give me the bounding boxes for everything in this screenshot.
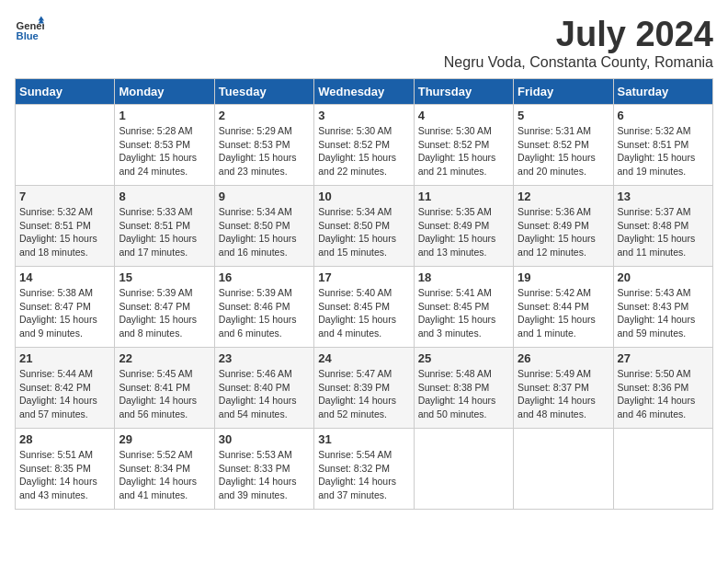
- day-info: Sunrise: 5:30 AM Sunset: 8:52 PM Dayligh…: [418, 124, 509, 178]
- day-number: 19: [518, 270, 609, 284]
- day-cell: 28Sunrise: 5:51 AM Sunset: 8:35 PM Dayli…: [16, 429, 115, 510]
- day-number: 3: [318, 109, 409, 122]
- day-info: Sunrise: 5:34 AM Sunset: 8:50 PM Dayligh…: [318, 205, 409, 259]
- day-cell: 20Sunrise: 5:43 AM Sunset: 8:43 PM Dayli…: [613, 267, 712, 348]
- day-number: 12: [518, 190, 609, 203]
- day-number: 14: [19, 270, 110, 284]
- day-info: Sunrise: 5:32 AM Sunset: 8:51 PM Dayligh…: [618, 124, 709, 178]
- day-info: Sunrise: 5:45 AM Sunset: 8:41 PM Dayligh…: [119, 367, 210, 421]
- day-info: Sunrise: 5:32 AM Sunset: 8:51 PM Dayligh…: [19, 205, 110, 259]
- day-cell: 15Sunrise: 5:39 AM Sunset: 8:47 PM Dayli…: [115, 267, 214, 348]
- day-cell: [414, 429, 513, 510]
- day-info: Sunrise: 5:33 AM Sunset: 8:51 PM Dayligh…: [119, 205, 210, 259]
- day-number: 15: [119, 270, 210, 284]
- day-info: Sunrise: 5:46 AM Sunset: 8:40 PM Dayligh…: [219, 367, 310, 421]
- day-number: 16: [219, 270, 310, 284]
- day-cell: 2Sunrise: 5:29 AM Sunset: 8:53 PM Daylig…: [214, 105, 313, 186]
- day-info: Sunrise: 5:54 AM Sunset: 8:32 PM Dayligh…: [318, 448, 409, 502]
- day-cell: [613, 429, 712, 510]
- day-cell: [16, 105, 115, 186]
- day-number: 25: [418, 351, 509, 365]
- day-number: 10: [318, 190, 409, 203]
- calendar-table: SundayMondayTuesdayWednesdayThursdayFrid…: [15, 78, 713, 510]
- day-cell: 1Sunrise: 5:28 AM Sunset: 8:53 PM Daylig…: [115, 105, 214, 186]
- day-number: 23: [219, 351, 310, 365]
- weekday-header-wednesday: Wednesday: [314, 79, 414, 105]
- day-number: 28: [19, 432, 110, 446]
- day-info: Sunrise: 5:30 AM Sunset: 8:52 PM Dayligh…: [318, 124, 409, 178]
- day-cell: 31Sunrise: 5:54 AM Sunset: 8:32 PM Dayli…: [314, 429, 414, 510]
- day-cell: 16Sunrise: 5:39 AM Sunset: 8:46 PM Dayli…: [214, 267, 313, 348]
- day-info: Sunrise: 5:53 AM Sunset: 8:33 PM Dayligh…: [219, 448, 310, 502]
- svg-text:Blue: Blue: [17, 30, 39, 41]
- week-row-4: 21Sunrise: 5:44 AM Sunset: 8:42 PM Dayli…: [16, 348, 713, 429]
- day-info: Sunrise: 5:51 AM Sunset: 8:35 PM Dayligh…: [19, 448, 110, 502]
- day-cell: 17Sunrise: 5:40 AM Sunset: 8:45 PM Dayli…: [314, 267, 414, 348]
- week-row-3: 14Sunrise: 5:38 AM Sunset: 8:47 PM Dayli…: [16, 267, 713, 348]
- day-info: Sunrise: 5:43 AM Sunset: 8:43 PM Dayligh…: [618, 286, 709, 340]
- weekday-header-row: SundayMondayTuesdayWednesdayThursdayFrid…: [16, 79, 713, 105]
- day-info: Sunrise: 5:37 AM Sunset: 8:48 PM Dayligh…: [618, 205, 709, 259]
- header: General Blue July 2024 Negru Voda, Const…: [15, 15, 713, 71]
- day-number: 20: [618, 270, 709, 284]
- week-row-1: 1Sunrise: 5:28 AM Sunset: 8:53 PM Daylig…: [16, 105, 713, 186]
- day-cell: 13Sunrise: 5:37 AM Sunset: 8:48 PM Dayli…: [613, 186, 712, 267]
- day-number: 5: [518, 109, 609, 122]
- day-info: Sunrise: 5:40 AM Sunset: 8:45 PM Dayligh…: [318, 286, 409, 340]
- title-area: July 2024 Negru Voda, Constanta County, …: [444, 15, 713, 71]
- day-number: 22: [119, 351, 210, 365]
- day-info: Sunrise: 5:39 AM Sunset: 8:47 PM Dayligh…: [119, 286, 210, 340]
- day-cell: 10Sunrise: 5:34 AM Sunset: 8:50 PM Dayli…: [314, 186, 414, 267]
- day-cell: 27Sunrise: 5:50 AM Sunset: 8:36 PM Dayli…: [613, 348, 712, 429]
- day-cell: 21Sunrise: 5:44 AM Sunset: 8:42 PM Dayli…: [16, 348, 115, 429]
- day-number: 13: [618, 190, 709, 203]
- week-row-5: 28Sunrise: 5:51 AM Sunset: 8:35 PM Dayli…: [16, 429, 713, 510]
- day-info: Sunrise: 5:49 AM Sunset: 8:37 PM Dayligh…: [518, 367, 609, 421]
- location: Negru Voda, Constanta County, Romania: [444, 54, 713, 71]
- weekday-header-monday: Monday: [115, 79, 214, 105]
- day-number: 8: [119, 190, 210, 203]
- day-info: Sunrise: 5:41 AM Sunset: 8:45 PM Dayligh…: [418, 286, 509, 340]
- weekday-header-friday: Friday: [514, 79, 613, 105]
- day-info: Sunrise: 5:38 AM Sunset: 8:47 PM Dayligh…: [19, 286, 110, 340]
- day-number: 17: [318, 270, 409, 284]
- day-cell: 5Sunrise: 5:31 AM Sunset: 8:52 PM Daylig…: [514, 105, 613, 186]
- day-cell: [514, 429, 613, 510]
- day-number: 30: [219, 432, 310, 446]
- day-cell: 6Sunrise: 5:32 AM Sunset: 8:51 PM Daylig…: [613, 105, 712, 186]
- day-number: 2: [219, 109, 310, 122]
- day-cell: 11Sunrise: 5:35 AM Sunset: 8:49 PM Dayli…: [414, 186, 513, 267]
- day-info: Sunrise: 5:35 AM Sunset: 8:49 PM Dayligh…: [418, 205, 509, 259]
- day-cell: 12Sunrise: 5:36 AM Sunset: 8:49 PM Dayli…: [514, 186, 613, 267]
- day-info: Sunrise: 5:34 AM Sunset: 8:50 PM Dayligh…: [219, 205, 310, 259]
- month-year: July 2024: [444, 15, 713, 54]
- day-number: 29: [119, 432, 210, 446]
- day-cell: 24Sunrise: 5:47 AM Sunset: 8:39 PM Dayli…: [314, 348, 414, 429]
- day-info: Sunrise: 5:28 AM Sunset: 8:53 PM Dayligh…: [119, 124, 210, 178]
- day-number: 4: [418, 109, 509, 122]
- day-number: 21: [19, 351, 110, 365]
- weekday-header-tuesday: Tuesday: [214, 79, 313, 105]
- day-info: Sunrise: 5:29 AM Sunset: 8:53 PM Dayligh…: [219, 124, 310, 178]
- day-info: Sunrise: 5:36 AM Sunset: 8:49 PM Dayligh…: [518, 205, 609, 259]
- day-info: Sunrise: 5:42 AM Sunset: 8:44 PM Dayligh…: [518, 286, 609, 340]
- day-cell: 22Sunrise: 5:45 AM Sunset: 8:41 PM Dayli…: [115, 348, 214, 429]
- day-cell: 25Sunrise: 5:48 AM Sunset: 8:38 PM Dayli…: [414, 348, 513, 429]
- day-cell: 26Sunrise: 5:49 AM Sunset: 8:37 PM Dayli…: [514, 348, 613, 429]
- day-cell: 3Sunrise: 5:30 AM Sunset: 8:52 PM Daylig…: [314, 105, 414, 186]
- day-cell: 29Sunrise: 5:52 AM Sunset: 8:34 PM Dayli…: [115, 429, 214, 510]
- day-info: Sunrise: 5:47 AM Sunset: 8:39 PM Dayligh…: [318, 367, 409, 421]
- day-cell: 30Sunrise: 5:53 AM Sunset: 8:33 PM Dayli…: [214, 429, 313, 510]
- day-info: Sunrise: 5:39 AM Sunset: 8:46 PM Dayligh…: [219, 286, 310, 340]
- day-info: Sunrise: 5:31 AM Sunset: 8:52 PM Dayligh…: [518, 124, 609, 178]
- day-number: 26: [518, 351, 609, 365]
- day-number: 7: [19, 190, 110, 203]
- day-number: 11: [418, 190, 509, 203]
- day-info: Sunrise: 5:50 AM Sunset: 8:36 PM Dayligh…: [618, 367, 709, 421]
- logo-icon: General Blue: [15, 15, 44, 44]
- day-cell: 8Sunrise: 5:33 AM Sunset: 8:51 PM Daylig…: [115, 186, 214, 267]
- day-cell: 19Sunrise: 5:42 AM Sunset: 8:44 PM Dayli…: [514, 267, 613, 348]
- day-number: 9: [219, 190, 310, 203]
- day-number: 6: [618, 109, 709, 122]
- day-cell: 14Sunrise: 5:38 AM Sunset: 8:47 PM Dayli…: [16, 267, 115, 348]
